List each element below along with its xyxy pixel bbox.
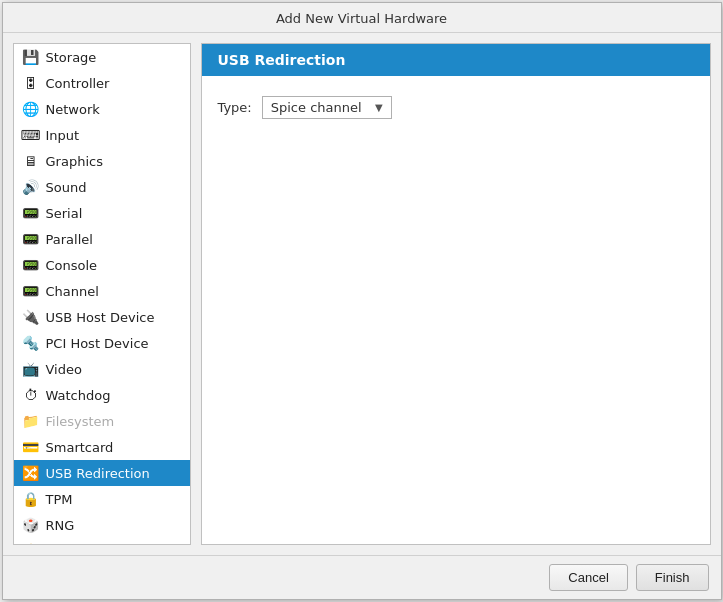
type-label: Type: [218,96,252,115]
content-header: USB Redirection [202,44,710,76]
sidebar-item-network[interactable]: 🌐Network [14,96,190,122]
cancel-button[interactable]: Cancel [549,564,627,591]
dialog: Add New Virtual Hardware 💾Storage🎛Contro… [2,2,722,600]
sidebar-item-channel[interactable]: 📟Channel [14,278,190,304]
sidebar-item-usb-redirection[interactable]: 🔀USB Redirection [14,460,190,486]
sidebar-item-filesystem: 📁Filesystem [14,408,190,434]
usb-host-device-icon: 🔌 [22,308,40,326]
console-icon: 📟 [22,256,40,274]
sidebar-item-tpm[interactable]: 🔒TPM [14,486,190,512]
sidebar-item-video[interactable]: 📺Video [14,356,190,382]
smartcard-label: Smartcard [46,440,114,455]
type-select[interactable]: Spice channel ▼ [262,96,392,119]
console-label: Console [46,258,98,273]
sidebar-item-serial[interactable]: 📟Serial [14,200,190,226]
sidebar-item-controller[interactable]: 🎛Controller [14,70,190,96]
input-icon: ⌨ [22,126,40,144]
rng-icon: 🎲 [22,516,40,534]
sidebar-item-panic-notifier[interactable]: 🔔Panic Notifier [14,538,190,545]
controller-icon: 🎛 [22,74,40,92]
sidebar-item-parallel[interactable]: 📟Parallel [14,226,190,252]
panic-notifier-icon: 🔔 [22,542,40,545]
pci-host-device-icon: 🔩 [22,334,40,352]
video-icon: 📺 [22,360,40,378]
sidebar-item-rng[interactable]: 🎲RNG [14,512,190,538]
sidebar-item-console[interactable]: 📟Console [14,252,190,278]
storage-icon: 💾 [22,48,40,66]
usb-host-device-label: USB Host Device [46,310,155,325]
dropdown-arrow-icon: ▼ [375,102,383,113]
serial-label: Serial [46,206,83,221]
channel-label: Channel [46,284,99,299]
finish-button[interactable]: Finish [636,564,709,591]
dialog-body: 💾Storage🎛Controller🌐Network⌨Input🖥Graphi… [3,33,721,555]
graphics-icon: 🖥 [22,152,40,170]
usb-redirection-label: USB Redirection [46,466,150,481]
sidebar-item-pci-host-device[interactable]: 🔩PCI Host Device [14,330,190,356]
content-body: Type: Spice channel ▼ [202,76,710,139]
sidebar-item-usb-host-device[interactable]: 🔌USB Host Device [14,304,190,330]
video-label: Video [46,362,82,377]
main-content: USB Redirection Type: Spice channel ▼ [201,43,711,545]
sidebar-item-sound[interactable]: 🔊Sound [14,174,190,200]
sidebar-item-graphics[interactable]: 🖥Graphics [14,148,190,174]
network-icon: 🌐 [22,100,40,118]
watchdog-label: Watchdog [46,388,111,403]
tpm-icon: 🔒 [22,490,40,508]
tpm-label: TPM [46,492,73,507]
channel-icon: 📟 [22,282,40,300]
panic-notifier-label: Panic Notifier [46,544,132,546]
sidebar-item-smartcard[interactable]: 💳Smartcard [14,434,190,460]
storage-label: Storage [46,50,97,65]
filesystem-label: Filesystem [46,414,115,429]
usb-redirection-icon: 🔀 [22,464,40,482]
type-value: Spice channel [271,100,362,115]
pci-host-device-label: PCI Host Device [46,336,149,351]
network-label: Network [46,102,100,117]
parallel-label: Parallel [46,232,93,247]
controller-label: Controller [46,76,110,91]
rng-label: RNG [46,518,75,533]
filesystem-icon: 📁 [22,412,40,430]
serial-icon: 📟 [22,204,40,222]
watchdog-icon: ⏱ [22,386,40,404]
sound-label: Sound [46,180,87,195]
graphics-label: Graphics [46,154,103,169]
dialog-title: Add New Virtual Hardware [3,3,721,33]
sidebar: 💾Storage🎛Controller🌐Network⌨Input🖥Graphi… [13,43,191,545]
smartcard-icon: 💳 [22,438,40,456]
sidebar-item-watchdog[interactable]: ⏱Watchdog [14,382,190,408]
input-label: Input [46,128,80,143]
sidebar-item-storage[interactable]: 💾Storage [14,44,190,70]
parallel-icon: 📟 [22,230,40,248]
sound-icon: 🔊 [22,178,40,196]
sidebar-item-input[interactable]: ⌨Input [14,122,190,148]
dialog-footer: Cancel Finish [3,555,721,599]
